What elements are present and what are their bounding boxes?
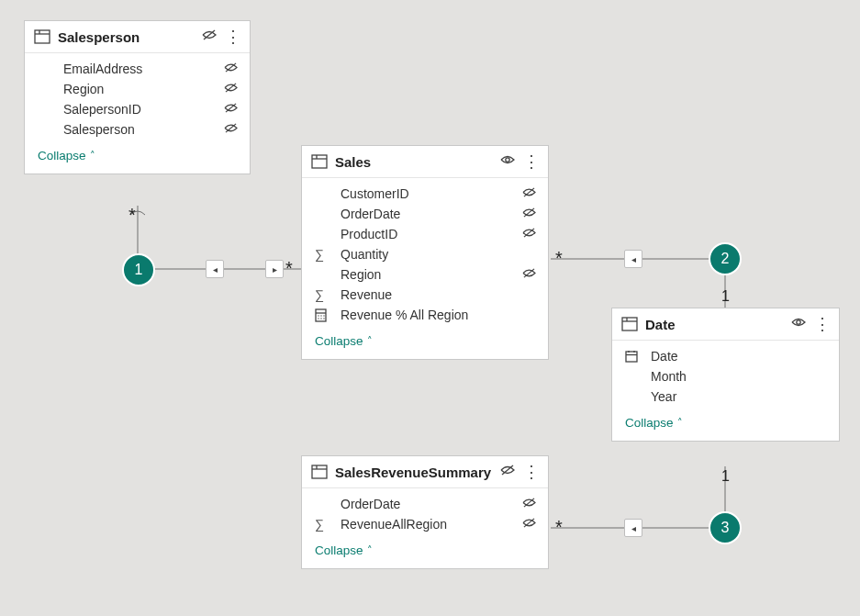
hidden-icon[interactable] (223, 82, 239, 96)
hidden-icon[interactable] (223, 102, 239, 117)
field-row[interactable]: CustomerID (302, 184, 548, 204)
field-row[interactable]: EmailAddress (25, 59, 250, 79)
table-title: Salesperson (58, 29, 194, 45)
field-label: Date (642, 349, 828, 364)
field-row[interactable]: Date (612, 346, 839, 366)
cardinality-label: * (555, 517, 563, 538)
field-label: Revenue (331, 287, 537, 302)
field-list: Date Month Year (612, 341, 839, 409)
table-header[interactable]: Date ⋮ (612, 308, 839, 341)
cardinality-label: * (128, 205, 136, 226)
field-label: CustomerID (331, 186, 521, 201)
field-row[interactable]: OrderDate (302, 204, 548, 224)
more-options-icon[interactable]: ⋮ (523, 464, 539, 480)
table-header[interactable]: Sales ⋮ (302, 146, 548, 178)
table-icon (34, 29, 50, 44)
field-label: OrderDate (331, 497, 521, 511)
collapse-label: Collapse (315, 334, 363, 348)
field-label: Region (331, 267, 521, 282)
svg-point-11 (506, 158, 509, 162)
more-options-icon[interactable]: ⋮ (225, 28, 240, 45)
calendar-icon (625, 350, 642, 363)
hidden-icon[interactable] (223, 62, 239, 76)
field-row[interactable]: ∑Quantity (302, 244, 548, 264)
field-label: RevenueAllRegion (331, 517, 521, 532)
filter-direction-chip: ◂ (206, 260, 224, 278)
field-label: Quantity (331, 247, 537, 262)
visible-icon[interactable] (499, 153, 516, 170)
field-row[interactable]: Salesperson (25, 119, 250, 140)
sigma-icon: ∑ (315, 287, 331, 302)
svg-rect-32 (312, 465, 327, 478)
collapse-label: Collapse (38, 149, 86, 162)
field-row[interactable]: OrderDate (302, 494, 548, 514)
field-row[interactable]: SalepersonID (25, 99, 250, 119)
chevron-up-icon: ˄ (90, 150, 95, 162)
table-icon (311, 154, 328, 169)
field-row[interactable]: ProductID (302, 224, 548, 244)
field-label: SalepersonID (54, 102, 223, 117)
more-options-icon[interactable]: ⋮ (814, 316, 830, 332)
table-header[interactable]: SalesRevenueSummary ⋮ (302, 456, 548, 488)
hidden-icon[interactable] (521, 517, 537, 532)
table-icon (621, 317, 638, 331)
table-icon (311, 465, 328, 479)
table-header[interactable]: Salesperson ⋮ (25, 21, 250, 53)
collapse-button[interactable]: Collapse˄ (302, 327, 548, 359)
chevron-up-icon: ˄ (367, 544, 373, 556)
calculator-icon (315, 308, 331, 322)
table-title: SalesRevenueSummary (335, 465, 492, 480)
svg-rect-8 (312, 155, 327, 168)
hidden-icon[interactable] (499, 464, 516, 480)
hidden-icon[interactable] (521, 186, 537, 201)
collapse-label: Collapse (625, 416, 674, 430)
field-label: Revenue % All Region (331, 308, 537, 322)
sigma-icon: ∑ (315, 247, 331, 262)
chevron-up-icon: ˄ (677, 417, 683, 429)
table-salesperson[interactable]: Salesperson ⋮ EmailAddress Region Salepe… (24, 20, 251, 174)
field-row[interactable]: Month (612, 366, 839, 386)
step-badge-2: 2 (709, 242, 742, 275)
chevron-up-icon: ˄ (367, 335, 373, 347)
field-label: Year (642, 389, 828, 404)
cardinality-label: * (285, 258, 293, 279)
field-row[interactable]: Region (25, 79, 250, 99)
collapse-button[interactable]: Collapse˄ (25, 141, 250, 174)
collapse-label: Collapse (315, 543, 363, 557)
table-sales[interactable]: Sales ⋮ CustomerID OrderDate ProductID ∑… (301, 145, 549, 360)
hidden-icon[interactable] (521, 227, 537, 241)
hidden-icon[interactable] (521, 497, 537, 511)
field-label: OrderDate (331, 207, 521, 221)
table-title: Date (645, 317, 783, 332)
field-list: OrderDate ∑RevenueAllRegion (302, 488, 548, 536)
hidden-icon[interactable] (223, 122, 239, 137)
cardinality-label: * (555, 248, 563, 269)
table-title: Sales (335, 154, 492, 170)
table-date[interactable]: Date ⋮ Date Month Year Collapse˄ (611, 308, 840, 442)
field-row[interactable]: Region (302, 264, 548, 285)
field-row[interactable]: Revenue % All Region (302, 305, 548, 325)
table-salesrevenuesummary[interactable]: SalesRevenueSummary ⋮ OrderDate ∑Revenue… (301, 455, 549, 569)
visible-icon[interactable] (790, 316, 807, 332)
svg-point-27 (797, 320, 800, 324)
more-options-icon[interactable]: ⋮ (523, 153, 539, 170)
collapse-button[interactable]: Collapse˄ (612, 409, 839, 441)
cardinality-label: 1 (721, 288, 730, 305)
filter-direction-chip: ◂ (624, 519, 642, 537)
cardinality-label: 1 (721, 468, 730, 485)
hidden-icon[interactable] (201, 28, 218, 45)
svg-rect-28 (626, 352, 637, 362)
collapse-button[interactable]: Collapse˄ (302, 536, 548, 568)
sigma-icon: ∑ (315, 517, 331, 532)
step-badge-1: 1 (122, 253, 155, 286)
hidden-icon[interactable] (521, 207, 537, 221)
field-list: CustomerID OrderDate ProductID ∑Quantity… (302, 178, 548, 327)
filter-direction-chip: ▸ (265, 260, 284, 278)
field-label: Region (54, 82, 223, 96)
hidden-icon[interactable] (521, 267, 537, 282)
field-row[interactable]: ∑RevenueAllRegion (302, 514, 548, 534)
filter-direction-chip: ◂ (624, 250, 642, 268)
field-row[interactable]: ∑Revenue (302, 285, 548, 305)
field-row[interactable]: Year (612, 386, 839, 407)
field-label: Month (642, 369, 828, 384)
